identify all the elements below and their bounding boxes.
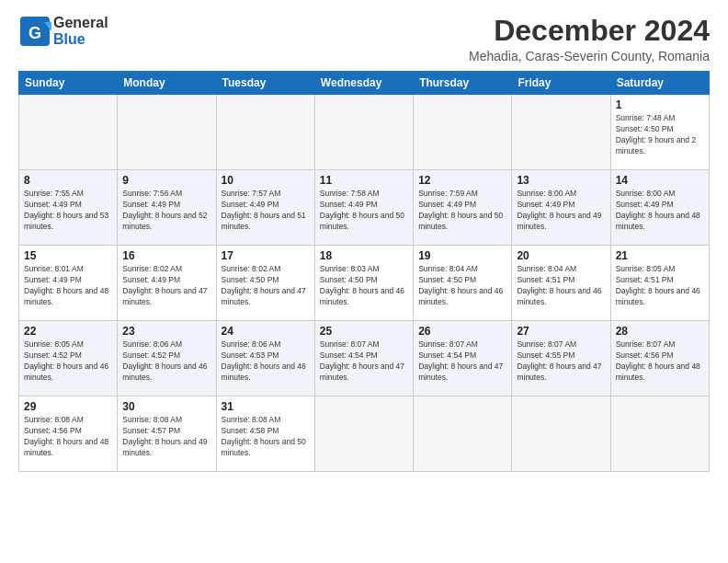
col-wednesday: Wednesday — [314, 72, 413, 95]
day-number: 27 — [517, 325, 605, 338]
day-info: Sunrise: 7:56 AMSunset: 4:49 PMDaylight:… — [122, 189, 210, 233]
table-row: 19Sunrise: 8:04 AMSunset: 4:50 PMDayligh… — [414, 246, 512, 321]
day-number: 12 — [418, 174, 506, 187]
table-row: 15Sunrise: 8:01 AMSunset: 4:49 PMDayligh… — [19, 246, 118, 321]
day-info: Sunrise: 8:02 AMSunset: 4:49 PMDaylight:… — [122, 264, 210, 308]
table-row: 29Sunrise: 8:08 AMSunset: 4:56 PMDayligh… — [19, 396, 118, 472]
logo-icon: G — [18, 15, 51, 48]
table-row: 30Sunrise: 8:08 AMSunset: 4:57 PMDayligh… — [118, 396, 216, 472]
table-row — [512, 95, 610, 170]
table-row: 12Sunrise: 7:59 AMSunset: 4:49 PMDayligh… — [414, 170, 512, 246]
day-info: Sunrise: 8:08 AMSunset: 4:58 PMDaylight:… — [222, 415, 310, 459]
day-number: 29 — [24, 400, 112, 413]
calendar-week-row: 1Sunrise: 7:48 AMSunset: 4:50 PMDaylight… — [19, 95, 710, 170]
day-number: 24 — [222, 325, 310, 338]
table-row — [314, 95, 413, 170]
day-number: 10 — [222, 174, 310, 187]
day-info: Sunrise: 8:06 AMSunset: 4:52 PMDaylight:… — [122, 339, 210, 384]
day-number: 23 — [122, 325, 210, 338]
day-number: 19 — [418, 249, 506, 262]
day-number: 17 — [222, 249, 310, 262]
col-thursday: Thursday — [414, 72, 512, 95]
table-row: 16Sunrise: 8:02 AMSunset: 4:49 PMDayligh… — [118, 246, 216, 321]
table-row: 13Sunrise: 8:00 AMSunset: 4:49 PMDayligh… — [512, 170, 610, 246]
day-number: 11 — [320, 174, 408, 187]
day-number: 13 — [517, 174, 605, 187]
table-row — [610, 396, 709, 472]
page-header: G General Blue December 2024 Mehadia, Ca… — [18, 15, 710, 63]
month-title: December 2024 — [469, 15, 710, 47]
table-row: 28Sunrise: 8:07 AMSunset: 4:56 PMDayligh… — [610, 321, 709, 396]
day-info: Sunrise: 8:07 AMSunset: 4:55 PMDaylight:… — [517, 339, 605, 384]
table-row: 22Sunrise: 8:05 AMSunset: 4:52 PMDayligh… — [19, 321, 118, 396]
day-info: Sunrise: 8:08 AMSunset: 4:56 PMDaylight:… — [24, 415, 112, 459]
table-row — [118, 95, 216, 170]
logo-blue-text: Blue — [53, 31, 108, 48]
table-row: 10Sunrise: 7:57 AMSunset: 4:49 PMDayligh… — [216, 170, 314, 246]
day-number: 1 — [616, 98, 704, 111]
location: Mehadia, Caras-Severin County, Romania — [469, 49, 710, 63]
day-info: Sunrise: 7:57 AMSunset: 4:49 PMDaylight:… — [222, 189, 310, 233]
day-number: 25 — [320, 325, 408, 338]
col-tuesday: Tuesday — [216, 72, 314, 95]
day-info: Sunrise: 8:06 AMSunset: 4:53 PMDaylight:… — [222, 339, 310, 384]
day-number: 20 — [517, 249, 605, 262]
logo-general-text: General — [53, 15, 108, 31]
day-number: 8 — [24, 174, 112, 187]
day-info: Sunrise: 7:55 AMSunset: 4:49 PMDaylight:… — [24, 189, 112, 233]
table-row: 14Sunrise: 8:00 AMSunset: 4:49 PMDayligh… — [610, 170, 709, 246]
day-info: Sunrise: 8:08 AMSunset: 4:57 PMDaylight:… — [122, 415, 210, 459]
table-row: 23Sunrise: 8:06 AMSunset: 4:52 PMDayligh… — [118, 321, 216, 396]
calendar-week-row: 22Sunrise: 8:05 AMSunset: 4:52 PMDayligh… — [19, 321, 710, 396]
table-row — [216, 95, 314, 170]
day-info: Sunrise: 8:03 AMSunset: 4:50 PMDaylight:… — [320, 264, 408, 308]
table-row: 20Sunrise: 8:04 AMSunset: 4:51 PMDayligh… — [512, 246, 610, 321]
day-number: 31 — [222, 400, 310, 413]
calendar-table: Sunday Monday Tuesday Wednesday Thursday… — [18, 71, 710, 472]
table-row — [314, 396, 413, 472]
table-row: 26Sunrise: 8:07 AMSunset: 4:54 PMDayligh… — [414, 321, 512, 396]
day-info: Sunrise: 8:07 AMSunset: 4:54 PMDaylight:… — [320, 339, 408, 384]
day-number: 16 — [122, 249, 210, 262]
day-number: 28 — [616, 325, 704, 338]
day-info: Sunrise: 7:48 AMSunset: 4:50 PMDaylight:… — [616, 113, 704, 157]
day-number: 15 — [24, 249, 112, 262]
table-row: 17Sunrise: 8:02 AMSunset: 4:50 PMDayligh… — [216, 246, 314, 321]
calendar-week-row: 29Sunrise: 8:08 AMSunset: 4:56 PMDayligh… — [19, 396, 710, 472]
day-info: Sunrise: 8:00 AMSunset: 4:49 PMDaylight:… — [616, 189, 704, 233]
calendar-header-row: Sunday Monday Tuesday Wednesday Thursday… — [19, 72, 710, 95]
table-row — [512, 396, 610, 472]
day-number: 14 — [616, 174, 704, 187]
day-number: 18 — [320, 249, 408, 262]
table-row: 1Sunrise: 7:48 AMSunset: 4:50 PMDaylight… — [610, 95, 709, 170]
table-row: 8Sunrise: 7:55 AMSunset: 4:49 PMDaylight… — [19, 170, 118, 246]
day-info: Sunrise: 7:58 AMSunset: 4:49 PMDaylight:… — [320, 189, 408, 233]
calendar-week-row: 8Sunrise: 7:55 AMSunset: 4:49 PMDaylight… — [19, 170, 710, 246]
col-monday: Monday — [118, 72, 216, 95]
col-sunday: Sunday — [19, 72, 118, 95]
table-row — [414, 95, 512, 170]
day-info: Sunrise: 8:02 AMSunset: 4:50 PMDaylight:… — [222, 264, 310, 308]
table-row: 25Sunrise: 8:07 AMSunset: 4:54 PMDayligh… — [314, 321, 413, 396]
col-friday: Friday — [512, 72, 610, 95]
calendar-week-row: 15Sunrise: 8:01 AMSunset: 4:49 PMDayligh… — [19, 246, 710, 321]
day-info: Sunrise: 8:07 AMSunset: 4:54 PMDaylight:… — [418, 339, 506, 384]
table-row: 31Sunrise: 8:08 AMSunset: 4:58 PMDayligh… — [216, 396, 314, 472]
day-number: 21 — [616, 249, 704, 262]
day-info: Sunrise: 8:05 AMSunset: 4:52 PMDaylight:… — [24, 339, 112, 384]
table-row: 24Sunrise: 8:06 AMSunset: 4:53 PMDayligh… — [216, 321, 314, 396]
day-number: 26 — [418, 325, 506, 338]
day-info: Sunrise: 8:05 AMSunset: 4:51 PMDaylight:… — [616, 264, 704, 308]
table-row — [414, 396, 512, 472]
table-row: 27Sunrise: 8:07 AMSunset: 4:55 PMDayligh… — [512, 321, 610, 396]
day-info: Sunrise: 8:04 AMSunset: 4:50 PMDaylight:… — [418, 264, 506, 308]
day-info: Sunrise: 8:07 AMSunset: 4:56 PMDaylight:… — [616, 339, 704, 384]
day-number: 9 — [122, 174, 210, 187]
table-row: 11Sunrise: 7:58 AMSunset: 4:49 PMDayligh… — [314, 170, 413, 246]
day-info: Sunrise: 8:00 AMSunset: 4:49 PMDaylight:… — [517, 189, 605, 233]
day-info: Sunrise: 8:01 AMSunset: 4:49 PMDaylight:… — [24, 264, 112, 308]
day-number: 22 — [24, 325, 112, 338]
logo: G General Blue — [18, 15, 108, 48]
table-row — [19, 95, 118, 170]
title-area: December 2024 Mehadia, Caras-Severin Cou… — [469, 15, 710, 63]
